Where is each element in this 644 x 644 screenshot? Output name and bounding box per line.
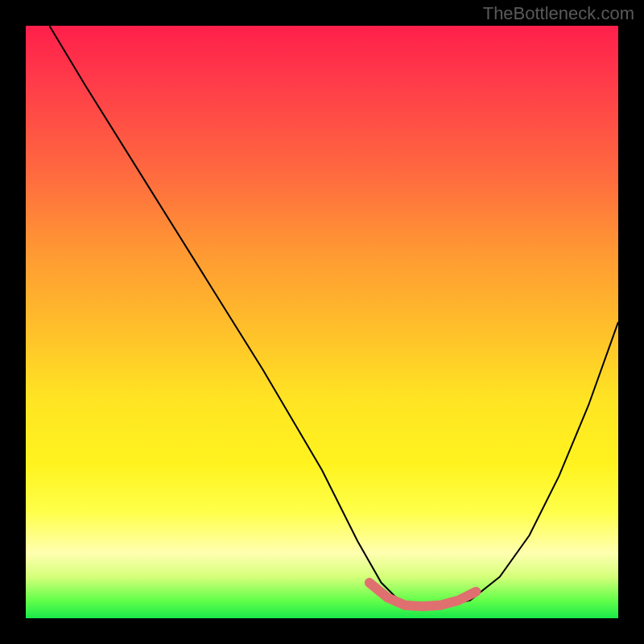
plot-area: [26, 26, 618, 618]
chart-frame: TheBottleneck.com: [0, 0, 644, 644]
curve-svg: [26, 26, 618, 618]
bottleneck-curve: [49, 26, 618, 606]
watermark-text: TheBottleneck.com: [483, 3, 634, 24]
